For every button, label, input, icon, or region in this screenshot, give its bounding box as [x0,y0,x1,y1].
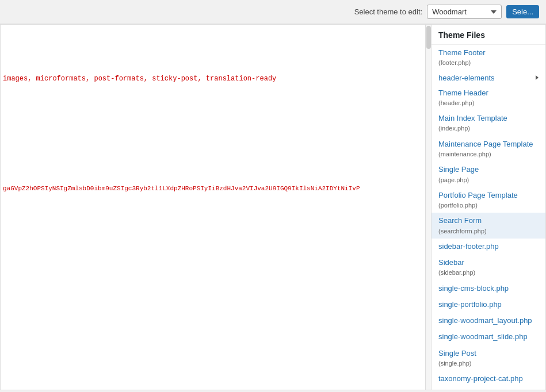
code-line [3,106,429,117]
theme-files-sidebar: Theme Files Theme Footer (footer.php) he… [431,24,546,390]
code-line-features: images, microformats, post-formats, stic… [3,74,429,84]
code-line [3,84,429,95]
folder-item-header-elements[interactable]: header-elements [432,71,545,85]
chevron-right-icon [536,75,539,80]
file-link-theme-footer[interactable]: Theme Footer [438,48,539,58]
code-line [3,29,429,40]
file-link-single-page[interactable]: Single Page [438,164,539,175]
file-link-maintenance-page-template[interactable]: Maintenance Page Template [438,139,539,149]
file-link-taxonomy-project-cat-php[interactable]: taxonomy-project-cat.php [438,374,539,384]
page-wrapper: Select theme to edit: Woodmart Sele... i… [0,0,546,392]
main-content: images, microformats, post-formats, stic… [0,24,546,390]
editor-scrollbar[interactable] [425,25,431,390]
file-item-portfolio-page-template[interactable]: Portfolio Page Template (portfolio.php) [432,187,545,213]
code-line [3,118,429,129]
file-item-taxonomy-project-cat-php[interactable]: taxonomy-project-cat.php [432,371,545,387]
file-sub-portfolio-page-template: (portfolio.php) [438,201,539,210]
file-link-sidebar[interactable]: Sidebar [438,258,539,268]
file-link-single-post[interactable]: Single Post [438,348,539,359]
file-sub-main-index-template: (index.php) [438,124,539,133]
file-item-single-portfolio-php[interactable]: single-portfolio.php [432,297,545,313]
code-line [3,162,429,172]
file-link-search-form[interactable]: Search Form [438,216,539,226]
file-item-sidebar-footer-php[interactable]: sidebar-footer.php [432,239,545,255]
file-item-single-cms-block-php[interactable]: single-cms-block.php [432,280,545,297]
file-item-sidebar[interactable]: Sidebar (sidebar.php) [432,255,545,280]
file-sub-single-post: (single.php) [438,359,539,368]
scrollbar-thumb[interactable] [426,26,431,49]
select-theme-button[interactable]: Sele... [506,5,539,18]
file-link-single-woodmart-layout-php[interactable]: single-woodmart_layout.php [438,316,539,326]
theme-select-dropdown[interactable]: Woodmart [427,5,502,19]
folder-label-vc-templates: vc_templates [438,390,483,390]
code-line [3,63,429,74]
file-sub-theme-header: (header.php) [438,99,539,107]
code-line [3,151,429,162]
top-bar: Select theme to edit: Woodmart Sele... [0,0,546,24]
file-item-maintenance-page-template[interactable]: Maintenance Page Template (maintenance.p… [432,136,545,162]
code-line [3,140,429,151]
code-line [3,40,429,51]
file-sub-search-form: (searchform.php) [438,227,539,236]
file-link-single-cms-block-php[interactable]: single-cms-block.php [438,283,539,294]
file-link-single-woodmart-slide-php[interactable]: single-woodmart_slide.php [438,332,539,342]
code-line [3,172,429,183]
file-item-single-woodmart-slide-php[interactable]: single-woodmart_slide.php [432,329,545,345]
folder-item-vc-templates[interactable]: vc_templates [432,387,545,390]
file-sub-single-page: (page.php) [438,176,539,185]
file-item-single-woodmart-layout-php[interactable]: single-woodmart_layout.php [432,313,545,329]
folder-label-header-elements: header-elements [438,74,495,82]
editor-inner: images, microformats, post-formats, stic… [1,25,431,390]
file-item-single-page[interactable]: Single Page (page.php) [432,162,545,187]
file-item-main-index-template[interactable]: Main Index Template (index.php) [432,110,545,136]
code-line [3,129,429,140]
file-link-main-index-template[interactable]: Main Index Template [438,113,539,124]
file-item-theme-header[interactable]: Theme Header (header.php) [432,85,545,111]
file-link-portfolio-page-template[interactable]: Portfolio Page Template [438,190,539,201]
file-link-single-portfolio-php[interactable]: single-portfolio.php [438,299,539,310]
sidebar-title: Theme Files [432,25,545,45]
file-link-theme-header[interactable]: Theme Header [438,88,539,98]
file-sub-theme-footer: (footer.php) [438,59,539,67]
file-item-theme-footer[interactable]: Theme Footer (footer.php) [432,45,545,71]
code-editor[interactable]: images, microformats, post-formats, stic… [0,24,431,390]
code-line [3,51,429,62]
theme-select-label: Select theme to edit: [354,7,423,16]
code-line-long: gaGVpZ2hOPSIyNSIgZmlsbD0ibm9uZSIgc3Ryb2t… [3,184,429,194]
file-item-search-form[interactable]: Search Form (searchform.php) [432,213,545,239]
file-item-single-post[interactable]: Single Post (single.php) [432,345,545,371]
file-sub-sidebar: (sidebar.php) [438,268,539,277]
file-sub-maintenance-page-template: (maintenance.php) [438,150,539,159]
code-line [3,95,429,106]
file-link-sidebar-footer-php[interactable]: sidebar-footer.php [438,241,539,252]
